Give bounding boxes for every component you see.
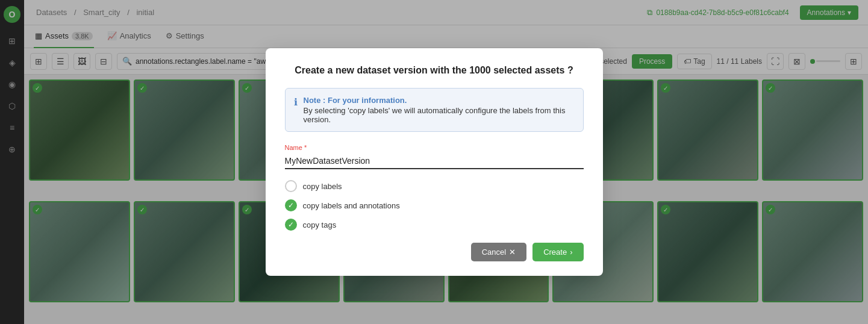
name-input[interactable] (285, 154, 584, 169)
create-icon: › (570, 248, 572, 257)
create-label: Create (543, 248, 567, 257)
info-box: ℹ Note : For your information. By select… (285, 88, 584, 132)
create-version-modal: Create a new dataset version with the 10… (266, 48, 603, 276)
cancel-icon: ✕ (509, 248, 516, 257)
modal-actions: Cancel ✕ Create › (285, 243, 584, 261)
info-text: Note : For your information. By selectin… (304, 96, 575, 124)
cancel-button[interactable]: Cancel ✕ (471, 243, 526, 261)
copy-labels-annotations-label: copy labels and annotations (303, 201, 400, 210)
required-marker: * (304, 144, 307, 151)
option-copy-labels-annotations[interactable]: ✓ copy labels and annotations (285, 199, 584, 211)
name-label: Name * (285, 144, 584, 151)
copy-tags-checkbox[interactable]: ✓ (285, 219, 297, 231)
copy-labels-annotations-checkbox[interactable]: ✓ (285, 199, 297, 211)
modal-title: Create a new dataset version with the 10… (285, 65, 584, 76)
info-icon: ℹ (294, 96, 298, 108)
copy-labels-label: copy labels (303, 182, 342, 191)
copy-labels-checkbox[interactable] (285, 180, 297, 192)
option-copy-tags[interactable]: ✓ copy tags (285, 219, 584, 231)
create-button[interactable]: Create › (532, 243, 583, 261)
option-copy-labels[interactable]: copy labels (285, 180, 584, 192)
cancel-label: Cancel (482, 248, 506, 257)
copy-tags-label: copy tags (303, 220, 337, 229)
info-body: By selecting 'copy labels' we will autom… (304, 106, 566, 124)
info-note: Note : For your information. (304, 96, 575, 105)
modal-overlay: Create a new dataset version with the 10… (0, 0, 868, 324)
